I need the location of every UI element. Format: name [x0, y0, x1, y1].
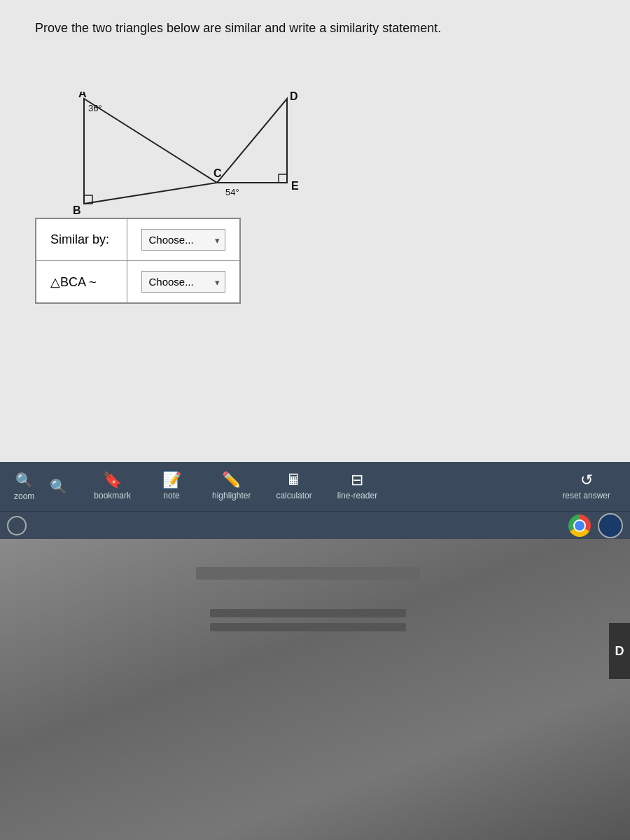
abca-select[interactable]: Choose... △DCE △CDE △ECD △DEC [141, 271, 225, 293]
zoom-out-icon: 🔍 [15, 472, 33, 489]
laptop-slot-3 [210, 623, 406, 631]
abca-label: △BCA ~ [36, 261, 127, 304]
label-E: E [291, 180, 299, 192]
second-toolbar-row [0, 511, 630, 539]
angle-54-label: 54° [225, 187, 239, 197]
triangle-diagram: A B C D E 36° 54° [63, 92, 357, 232]
line-reader-button[interactable]: ⊟ line-reader [325, 468, 390, 505]
bookmark-button[interactable]: 🔖 bookmark [81, 468, 144, 505]
d-label: D [609, 623, 630, 679]
zoom-out-button[interactable]: 🔍 zoom [7, 468, 41, 505]
calculator-button[interactable]: 🖩 calculator [263, 468, 324, 505]
highlighter-button[interactable]: ✏️ highlighter [200, 468, 263, 505]
user-avatar [598, 513, 623, 538]
svg-marker-2 [217, 99, 287, 183]
svg-marker-0 [84, 99, 217, 204]
toolbar: 🔍 zoom 🔍 🔖 bookmark 📝 note ✏️ highlighte… [0, 462, 630, 511]
similar-by-select[interactable]: Choose... AA SAS SSS ASA [141, 229, 225, 251]
angle-36-label: 36° [88, 103, 102, 113]
bookmark-icon: 🔖 [103, 472, 122, 488]
content-area: Prove the two triangles below are simila… [0, 0, 630, 462]
label-A: A [78, 92, 87, 99]
svg-rect-3 [279, 174, 287, 183]
diagram-area: A B C D E 36° 54° [35, 50, 371, 204]
zoom-in-button[interactable]: 🔍 [43, 474, 74, 499]
laptop-slot-2 [210, 609, 406, 617]
abca-dropdown-cell[interactable]: Choose... △DCE △CDE △ECD △DEC [127, 261, 240, 304]
note-button[interactable]: 📝 note [144, 468, 200, 505]
reset-answer-icon: ↺ [580, 472, 593, 488]
chrome-icon [568, 514, 591, 537]
note-icon: 📝 [162, 472, 181, 488]
label-B: B [73, 204, 81, 216]
table-row-abca: △BCA ~ Choose... △DCE △CDE △ECD △DEC [36, 261, 240, 304]
zoom-group: 🔍 zoom 🔍 [7, 468, 74, 505]
choose-wrapper-2[interactable]: Choose... △DCE △CDE △ECD △DEC [141, 271, 225, 293]
abca-text: △BCA ~ [50, 275, 97, 289]
circle-button[interactable] [7, 516, 27, 536]
label-C: C [214, 167, 222, 179]
device-area: D [0, 539, 630, 840]
calculator-icon: 🖩 [286, 472, 302, 488]
choose-wrapper-1[interactable]: Choose... AA SAS SSS ASA [141, 229, 225, 251]
reset-answer-button[interactable]: ↺ reset answer [550, 468, 623, 505]
line-reader-icon: ⊟ [351, 472, 363, 488]
zoom-in-icon: 🔍 [50, 478, 67, 495]
laptop-slot-1 [196, 567, 420, 580]
highlighter-icon: ✏️ [222, 472, 241, 488]
problem-text: Prove the two triangles below are simila… [35, 21, 595, 36]
label-D: D [290, 92, 298, 102]
